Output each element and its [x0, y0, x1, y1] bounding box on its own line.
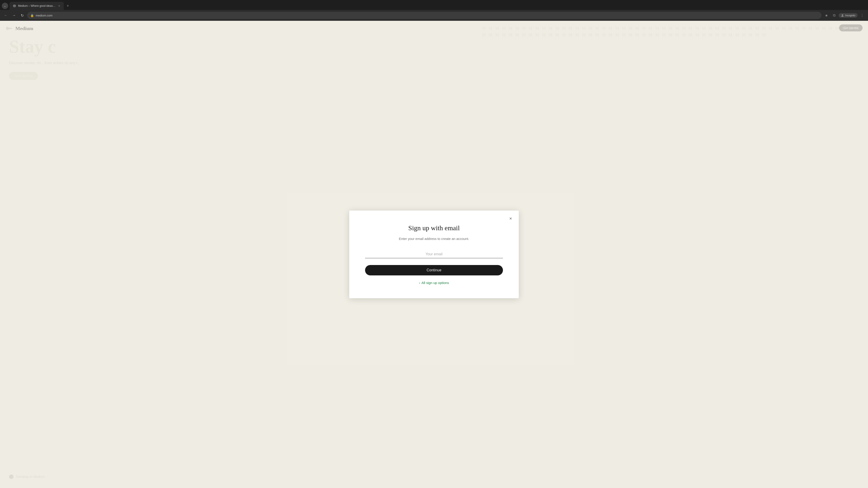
modal-close-button[interactable]: ×	[507, 215, 514, 222]
modal-subtitle: Enter your email address to create an ac…	[399, 236, 469, 241]
address-bar[interactable]: 🔒 medium.com	[27, 12, 822, 19]
email-input-wrapper	[365, 250, 503, 258]
toolbar-actions: ★ ⧉ Incognito ⋮	[823, 12, 865, 19]
signup-modal: × Sign up with email Enter your email ad…	[349, 210, 519, 298]
browser-tab-bar: ⌄ Medium – Where good ideas fi... × +	[0, 0, 868, 10]
svg-point-2	[15, 5, 16, 6]
incognito-badge: Incognito	[839, 13, 858, 18]
incognito-icon	[841, 14, 844, 17]
bookmark-button[interactable]: ★	[823, 12, 830, 19]
browser-toolbar: ← → ↻ 🔒 medium.com ★ ⧉ Incognito ⋮	[0, 10, 868, 21]
page-content: Medium Get started Stay c Discover stori…	[0, 21, 868, 488]
all-signup-label: All sign up options	[421, 281, 449, 285]
address-security-icon: 🔒	[30, 14, 34, 17]
split-view-button[interactable]: ⧉	[831, 12, 837, 19]
active-tab[interactable]: Medium – Where good ideas fi... ×	[9, 2, 64, 10]
continue-button[interactable]: Continue	[365, 265, 503, 275]
more-button[interactable]: ⋮	[859, 12, 865, 19]
svg-point-1	[13, 5, 14, 6]
tab-title: Medium – Where good ideas fi...	[18, 4, 56, 7]
new-tab-button[interactable]: +	[65, 3, 71, 9]
forward-button[interactable]: →	[11, 12, 17, 19]
modal-overlay: × Sign up with email Enter your email ad…	[0, 21, 868, 488]
email-input[interactable]	[365, 250, 503, 258]
modal-title: Sign up with email	[408, 224, 460, 232]
all-signup-options-link[interactable]: ‹ All sign up options	[419, 281, 449, 285]
tab-list-button[interactable]: ⌄	[2, 3, 8, 9]
back-button[interactable]: ←	[3, 12, 9, 19]
browser-chrome: ⌄ Medium – Where good ideas fi... × + ← …	[0, 0, 868, 21]
address-text: medium.com	[36, 14, 818, 17]
tab-close-button[interactable]: ×	[58, 4, 61, 8]
incognito-label: Incognito	[845, 14, 855, 17]
svg-point-3	[842, 14, 843, 15]
chevron-left-icon: ‹	[419, 281, 420, 285]
refresh-button[interactable]: ↻	[19, 12, 25, 19]
tab-favicon	[13, 4, 16, 8]
